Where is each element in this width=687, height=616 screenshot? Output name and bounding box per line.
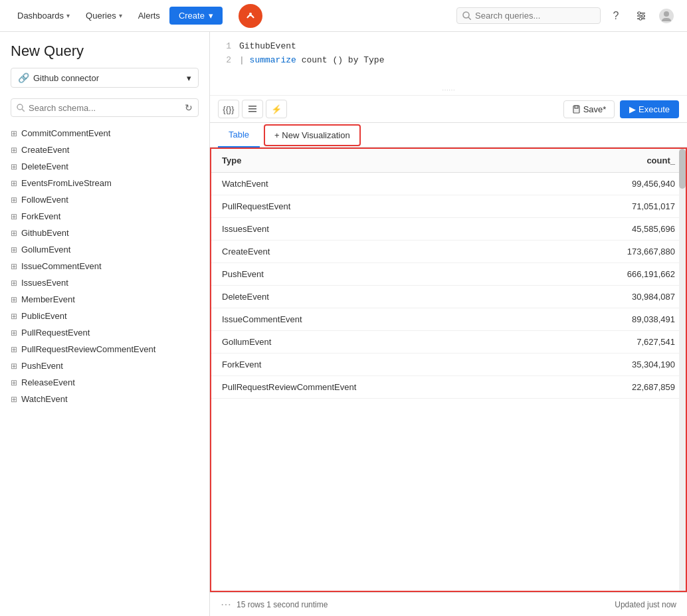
user-avatar[interactable] (656, 6, 676, 26)
sidebar-header: New Query 🔗 Github connector ▾ (0, 32, 209, 93)
svg-rect-19 (574, 110, 579, 112)
schema-item-forkevent[interactable]: ⊞ ForkEvent (0, 208, 209, 225)
schema-item-label: EventsFromLiveStream (21, 178, 112, 188)
schema-item-watchevent[interactable]: ⊞ WatchEvent (0, 391, 209, 407)
top-nav: Dashboards ▾ Queries ▾ Alerts Create ▾ ? (0, 0, 687, 32)
scrollbar-thumb[interactable] (679, 149, 686, 189)
status-rows-info: 15 rows 1 second runtime (237, 600, 328, 609)
svg-point-2 (463, 12, 469, 18)
table-icon: ⊞ (11, 162, 17, 171)
nav-alerts-label: Alerts (138, 11, 160, 21)
create-button[interactable]: Create ▾ (169, 7, 223, 25)
cell-type: ForkEvent (211, 354, 540, 376)
schema-item-label: DeleteEvent (21, 161, 68, 171)
table-row: PushEvent 666,191,662 (211, 263, 686, 286)
connector-left: 🔗 Github connector (18, 72, 99, 83)
table-icon: ⊞ (11, 345, 17, 354)
refresh-icon[interactable]: ↻ (185, 102, 193, 113)
cell-count: 173,667,880 (540, 241, 686, 263)
table-icon: ⊞ (11, 212, 17, 221)
tab-new-visualization[interactable]: + New Visualization (264, 124, 361, 146)
save-icon (572, 105, 581, 114)
schema-item-deleteevent[interactable]: ⊞ DeleteEvent (0, 158, 209, 175)
table-row: CreateEvent 173,667,880 (211, 241, 686, 263)
line-number: 2 (221, 54, 231, 68)
schema-item-label: WatchEvent (21, 394, 68, 404)
schema-item-followevent[interactable]: ⊞ FollowEvent (0, 191, 209, 208)
tab-table[interactable]: Table (218, 123, 260, 148)
drag-handle[interactable]: ⋯⋯ (210, 85, 687, 95)
cell-count: 22,687,859 (540, 376, 686, 399)
table-icon: ⊞ (11, 361, 17, 371)
nav-dashboards[interactable]: Dashboards ▾ (11, 7, 76, 25)
nav-queries-label: Queries (86, 11, 116, 21)
schema-item-label: PublicEvent (21, 311, 67, 321)
cell-type: WatchEvent (211, 173, 540, 195)
connector-icon: 🔗 (18, 72, 29, 83)
cell-count: 30,984,087 (540, 286, 686, 308)
schema-item-githubevent[interactable]: ⊞ GithubEvent (0, 225, 209, 241)
settings-icon[interactable] (631, 6, 651, 26)
help-button[interactable]: ? (606, 6, 626, 26)
nav-queries[interactable]: Queries ▾ (79, 7, 129, 25)
schema-item-pullrequestreviewcommentevent[interactable]: ⊞ PullRequestReviewCommentEvent (0, 341, 209, 358)
svg-point-1 (249, 13, 252, 15)
code-line-2: 2 | summarize count () by Type (221, 54, 676, 68)
list-button[interactable] (242, 100, 263, 118)
schema-item-gollumevent[interactable]: ⊞ GollumEvent (0, 241, 209, 258)
schema-item-createevent[interactable]: ⊞ CreateEvent (0, 142, 209, 158)
status-updated: Updated just now (615, 600, 676, 609)
execute-button[interactable]: ▶ Execute (620, 100, 679, 118)
cell-count: 35,304,190 (540, 354, 686, 376)
schema-item-label: CreateEvent (21, 145, 69, 155)
connector-dropdown[interactable]: 🔗 Github connector ▾ (11, 68, 199, 88)
schema-item-pullrequestevent[interactable]: ⊞ PullRequestEvent (0, 324, 209, 341)
format-json-button[interactable]: {{}} (218, 100, 239, 118)
schema-item-label: PullRequestEvent (21, 328, 90, 338)
lightning-button[interactable]: ⚡ (266, 100, 287, 118)
execute-button-label: ▶ Execute (629, 104, 670, 114)
search-box[interactable] (456, 7, 601, 24)
svg-line-3 (468, 17, 471, 20)
svg-point-8 (642, 15, 644, 17)
table-row: PullRequestEvent 71,051,017 (211, 195, 686, 218)
results-table: Type count_ WatchEvent 99,456,940 PullRe… (211, 149, 686, 399)
schema-item-issuesevent[interactable]: ⊞ IssuesEvent (0, 274, 209, 291)
schema-item-pushevent[interactable]: ⊞ PushEvent (0, 358, 209, 374)
search-input[interactable] (475, 11, 595, 21)
line-number: 1 (221, 40, 231, 54)
cell-count: 7,627,541 (540, 331, 686, 354)
cell-count: 71,051,017 (540, 195, 686, 218)
app-logo (239, 4, 262, 28)
editor-body[interactable]: 1 GithubEvent 2 | summarize count () by … (210, 32, 687, 85)
schema-item-eventsfromlivestream[interactable]: ⊞ EventsFromLiveStream (0, 175, 209, 191)
schema-item-commitcommentevent[interactable]: ⊞ CommitCommentEvent (0, 125, 209, 142)
save-button[interactable]: Save* (563, 100, 615, 118)
schema-item-label: FollowEvent (21, 195, 68, 205)
table-row: WatchEvent 99,456,940 (211, 173, 686, 195)
svg-rect-14 (248, 106, 256, 107)
table-icon: ⊞ (11, 229, 17, 238)
connector-label: Github connector (33, 73, 99, 83)
page-title: New Query (11, 43, 199, 60)
schema-item-releaseevent[interactable]: ⊞ ReleaseEvent (0, 374, 209, 391)
nav-alerts[interactable]: Alerts (132, 7, 167, 25)
schema-item-label: GithubEvent (21, 228, 69, 238)
schema-item-memberevent[interactable]: ⊞ MemberEvent (0, 291, 209, 308)
nav-right-area: ? (456, 6, 676, 26)
table-scroll[interactable]: Type count_ WatchEvent 99,456,940 PullRe… (211, 149, 686, 591)
tab-new-viz-label: + New Visualization (274, 130, 350, 140)
cell-count: 99,456,940 (540, 173, 686, 195)
schema-list: ⊞ CommitCommentEvent ⊞ CreateEvent ⊞ Del… (0, 122, 209, 616)
schema-item-label: IssueCommentEvent (21, 261, 102, 271)
results-section: Table + New Visualization Type count_ (210, 123, 687, 616)
more-options-button[interactable]: ⋯ (221, 598, 231, 611)
scrollbar-track[interactable] (679, 149, 686, 591)
schema-item-publicevent[interactable]: ⊞ PublicEvent (0, 308, 209, 324)
svg-line-13 (22, 109, 25, 112)
schema-search[interactable]: ↻ (11, 98, 199, 117)
schema-item-issuecommentevent[interactable]: ⊞ IssueCommentEvent (0, 258, 209, 274)
schema-search-input[interactable] (29, 103, 181, 113)
table-icon: ⊞ (11, 262, 17, 271)
table-icon: ⊞ (11, 129, 17, 138)
